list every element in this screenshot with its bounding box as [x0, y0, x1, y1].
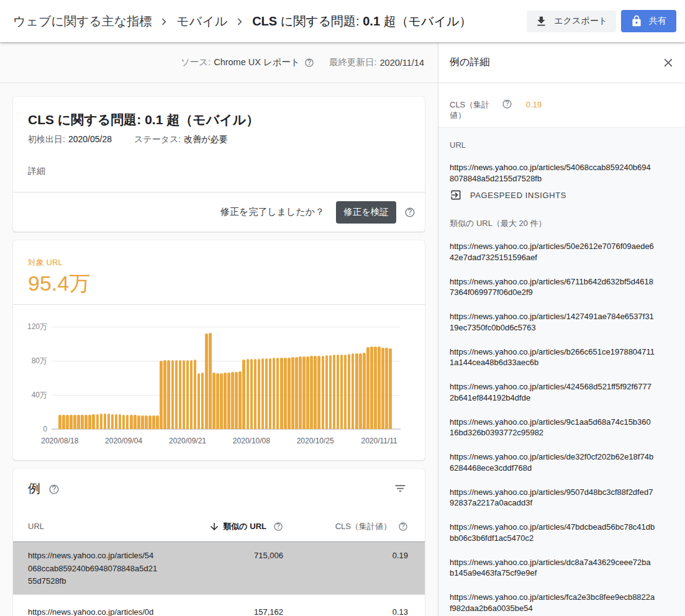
- chart-bar[interactable]: [280, 358, 283, 430]
- chart-bar[interactable]: [179, 360, 182, 429]
- chart-bar[interactable]: [325, 355, 329, 429]
- chart-bar[interactable]: [156, 415, 159, 429]
- chart-bar[interactable]: [201, 373, 204, 429]
- chart-bar[interactable]: [337, 355, 340, 429]
- chart-bar[interactable]: [220, 373, 223, 429]
- chart-bar[interactable]: [227, 373, 230, 429]
- chart-bar[interactable]: [366, 347, 370, 429]
- chart-bar[interactable]: [238, 371, 242, 429]
- chart-bar[interactable]: [359, 353, 362, 429]
- chart-bar[interactable]: [355, 353, 358, 429]
- similar-url-item[interactable]: https://news.yahoo.co.jp/articles/424568…: [450, 381, 655, 403]
- similar-url-item[interactable]: https://news.yahoo.co.jp/articles/b266c6…: [450, 346, 655, 368]
- chart-bar[interactable]: [352, 353, 355, 429]
- similar-url-item[interactable]: https://news.yahoo.co.jp/articles/de32f0…: [450, 451, 655, 473]
- chart-bar[interactable]: [88, 415, 91, 429]
- chart-bar[interactable]: [190, 360, 193, 429]
- chart-bar[interactable]: [183, 360, 186, 429]
- chart-bar[interactable]: [77, 415, 80, 429]
- export-button[interactable]: エクスポート: [527, 11, 616, 32]
- chart-bar[interactable]: [284, 358, 287, 430]
- chart-bar[interactable]: [175, 360, 178, 429]
- chart-bar[interactable]: [209, 333, 212, 429]
- pagespeed-insights-button[interactable]: PAGESPEED INSIGHTS: [450, 189, 655, 201]
- chart-bar[interactable]: [205, 333, 208, 429]
- table-row[interactable]: https://news.yahoo.co.jp/articles/54068c…: [13, 542, 425, 594]
- chart-bar[interactable]: [381, 348, 384, 429]
- table-row[interactable]: https://news.yahoo.co.jp/articles/0d157,…: [13, 594, 425, 616]
- chart-bar[interactable]: [344, 355, 347, 429]
- similar-url-item[interactable]: https://news.yahoo.co.jp/articles/6711b6…: [450, 276, 655, 298]
- chart-bar[interactable]: [322, 356, 325, 429]
- chart-bar[interactable]: [163, 360, 166, 429]
- chart-bar[interactable]: [58, 415, 61, 429]
- chart-bar[interactable]: [92, 414, 95, 429]
- chart-bar[interactable]: [197, 373, 201, 429]
- chart-bar[interactable]: [288, 358, 291, 430]
- chart-bar[interactable]: [299, 356, 302, 429]
- breadcrumb-mobile[interactable]: モバイル: [176, 13, 227, 30]
- chart-bar[interactable]: [70, 415, 73, 429]
- help-icon[interactable]: [404, 207, 415, 218]
- chart-bar[interactable]: [126, 415, 129, 429]
- chart-bar[interactable]: [378, 346, 381, 429]
- chart-bar[interactable]: [258, 359, 261, 429]
- chart-bar[interactable]: [73, 415, 76, 429]
- share-button[interactable]: 共有: [621, 10, 676, 32]
- chart-bar[interactable]: [66, 415, 69, 429]
- help-icon[interactable]: [304, 58, 314, 68]
- chart-bar[interactable]: [96, 414, 99, 429]
- chart-bar[interactable]: [389, 348, 392, 429]
- similar-url-item[interactable]: https://news.yahoo.co.jp/articles/9507d4…: [450, 487, 655, 509]
- help-icon[interactable]: [398, 522, 408, 532]
- chart-bar[interactable]: [363, 353, 366, 429]
- affected-urls-chip[interactable]: 対象 URL 95.4万: [13, 240, 425, 304]
- chart-bar[interactable]: [306, 356, 309, 429]
- chart-bar[interactable]: [348, 354, 351, 429]
- chart-bar[interactable]: [276, 358, 279, 429]
- details-link[interactable]: 詳細: [28, 166, 410, 177]
- chart-bar[interactable]: [224, 373, 227, 429]
- chart-bar[interactable]: [295, 357, 298, 429]
- chart-bar[interactable]: [134, 415, 137, 429]
- chart-bar[interactable]: [273, 358, 276, 429]
- help-icon[interactable]: [48, 484, 60, 495]
- chart-bar[interactable]: [119, 414, 122, 429]
- similar-url-item[interactable]: https://news.yahoo.co.jp/articles/50e261…: [450, 241, 655, 263]
- chart-bar[interactable]: [302, 356, 306, 429]
- similar-url-item[interactable]: https://news.yahoo.co.jp/articles/142749…: [450, 311, 655, 333]
- chart-bar[interactable]: [62, 415, 65, 429]
- chart-bar[interactable]: [216, 373, 219, 429]
- chart-bar[interactable]: [152, 415, 155, 429]
- chart-bar[interactable]: [261, 358, 265, 429]
- chart-bar[interactable]: [145, 415, 148, 429]
- filter-icon[interactable]: [394, 482, 407, 495]
- chart-bar[interactable]: [212, 373, 215, 429]
- chart-bar[interactable]: [104, 414, 107, 429]
- chart-bar[interactable]: [81, 415, 84, 429]
- chart-bar[interactable]: [291, 357, 294, 429]
- similar-url-item[interactable]: https://news.yahoo.co.jp/articles/9c1aa5…: [450, 417, 655, 438]
- chart-bar[interactable]: [242, 360, 245, 429]
- chart-bar[interactable]: [107, 414, 111, 429]
- chart-bar[interactable]: [100, 414, 103, 429]
- similar-url-item[interactable]: https://news.yahoo.co.jp/articles/47bdcb…: [450, 522, 655, 543]
- chart-bar[interactable]: [247, 359, 250, 429]
- chart-bar[interactable]: [385, 348, 388, 429]
- chart-bar[interactable]: [115, 414, 118, 429]
- column-header-url[interactable]: URL: [13, 522, 184, 531]
- chart-bar[interactable]: [254, 359, 257, 429]
- similar-url-item[interactable]: https://news.yahoo.co.jp/articles/fca2e3…: [450, 592, 655, 614]
- help-icon[interactable]: [502, 99, 512, 109]
- chart-bar[interactable]: [122, 415, 125, 429]
- chart-bar[interactable]: [314, 356, 317, 429]
- chart-bar[interactable]: [160, 361, 163, 429]
- chart-bar[interactable]: [370, 346, 373, 429]
- chart-bar[interactable]: [141, 415, 144, 429]
- chart-bar[interactable]: [148, 415, 152, 429]
- column-header-similar-urls[interactable]: 類似の URL: [184, 520, 283, 532]
- chart-bar[interactable]: [194, 360, 197, 429]
- breadcrumb-core-web-vitals[interactable]: ウェブに関する主な指標: [13, 13, 152, 30]
- chart-bar[interactable]: [250, 359, 253, 429]
- chart-bar[interactable]: [137, 415, 140, 429]
